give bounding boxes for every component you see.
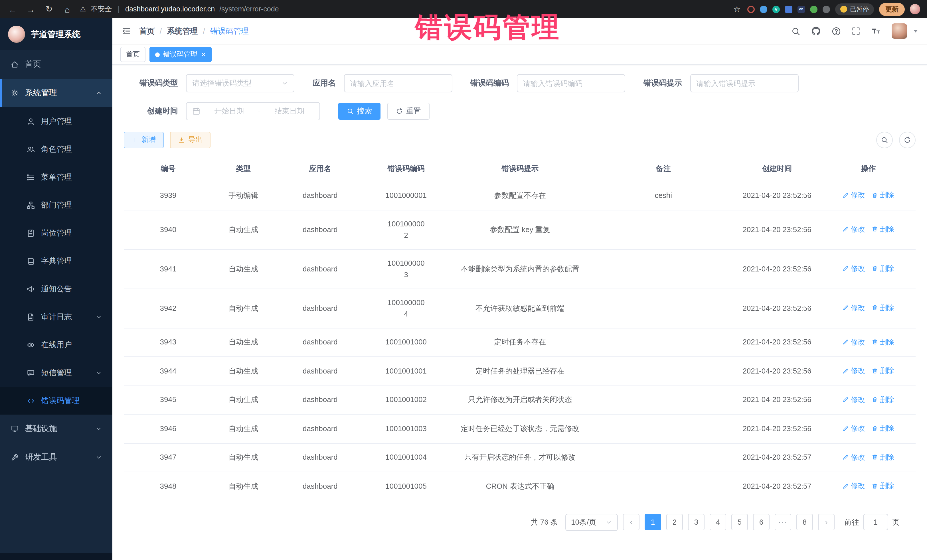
edit-link[interactable]: 修改 — [843, 423, 865, 434]
browser-update-button[interactable]: 更新 — [879, 3, 905, 16]
page-button-8[interactable]: 8 — [796, 514, 813, 530]
sidebar-collapse-bar[interactable] — [0, 553, 112, 560]
edit-link[interactable]: 修改 — [843, 336, 865, 348]
breadcrumb-item[interactable]: 系统管理 — [167, 26, 198, 36]
tab-首页[interactable]: 首页 — [120, 47, 146, 62]
breadcrumb-separator: / — [160, 27, 162, 35]
delete-link[interactable]: 删除 — [872, 263, 894, 274]
error-code-input[interactable] — [517, 74, 625, 93]
tab-错误码管理[interactable]: 错误码管理× — [149, 47, 211, 62]
delete-link[interactable]: 删除 — [872, 394, 894, 405]
page-button-1[interactable]: 1 — [644, 514, 661, 530]
sidebar-item-devtools[interactable]: 研发工具 — [0, 443, 112, 472]
paused-badge[interactable]: 已暂停 — [835, 3, 874, 15]
edit-link[interactable]: 修改 — [843, 394, 865, 405]
cell-actions: 修改删除 — [821, 288, 916, 328]
sidebar-item-online-user[interactable]: 在线用户 — [0, 331, 112, 359]
browser-profile-avatar[interactable] — [910, 4, 920, 14]
delete-link[interactable]: 删除 — [872, 336, 894, 348]
sidebar-item-audit-log[interactable]: 审计日志 — [0, 303, 112, 331]
extension-icon[interactable]: on — [798, 5, 805, 13]
goto-page-input[interactable] — [863, 514, 888, 530]
close-icon[interactable]: × — [201, 51, 206, 58]
address-bar[interactable]: ⚠ 不安全 | dashboard.yudao.iocoder.cn/syste… — [80, 4, 740, 14]
browser-back-button[interactable]: ← — [7, 4, 18, 14]
edit-link[interactable]: 修改 — [843, 451, 865, 463]
prev-page-button[interactable]: ‹ — [623, 514, 640, 530]
active-dot-icon — [155, 52, 160, 57]
edit-link[interactable]: 修改 — [843, 365, 865, 376]
url-path: /system/error-code — [219, 5, 279, 13]
cell-remark — [594, 385, 733, 414]
sidebar-logo[interactable]: 芋道管理系统 — [0, 18, 112, 50]
user-avatar[interactable] — [892, 23, 907, 39]
edit-link[interactable]: 修改 — [843, 302, 865, 314]
toggle-search-button[interactable] — [876, 132, 893, 148]
edit-link[interactable]: 修改 — [843, 480, 865, 492]
sidebar-menu: 首页系统管理用户管理角色管理菜单管理部门管理岗位管理字典管理通知公告审计日志在线… — [0, 50, 112, 553]
pagination-ellipsis[interactable]: ··· — [775, 514, 791, 530]
page-size-select[interactable]: 10条/页 — [565, 513, 618, 531]
delete-link[interactable]: 删除 — [872, 302, 894, 314]
breadcrumb-item[interactable]: 首页 — [139, 26, 155, 36]
cell-hint: 定时任务已经处于该状态，无需修改 — [446, 414, 594, 443]
app-name-input[interactable] — [344, 74, 452, 93]
export-button[interactable]: 导出 — [170, 132, 211, 148]
search-icon[interactable] — [791, 27, 800, 36]
sidebar-item-error-code[interactable]: 错误码管理 — [0, 387, 112, 414]
sidebar-item-dept[interactable]: 部门管理 — [0, 191, 112, 219]
edit-link[interactable]: 修改 — [843, 263, 865, 274]
help-icon[interactable] — [832, 27, 841, 36]
page-button-2[interactable]: 2 — [666, 514, 683, 530]
search-icon — [347, 108, 354, 115]
page-button-4[interactable]: 4 — [710, 514, 726, 530]
table-row: 3948自动生成dashboard1001001005CRON 表达式不正确20… — [124, 472, 916, 501]
delete-link[interactable]: 删除 — [872, 365, 894, 376]
delete-link[interactable]: 删除 — [872, 223, 894, 235]
bookmark-star-icon[interactable]: ☆ — [733, 5, 740, 14]
sidebar-item-infra[interactable]: 基础设施 — [0, 414, 112, 443]
fullscreen-icon[interactable] — [852, 27, 860, 35]
sidebar-item-home[interactable]: 首页 — [0, 50, 112, 79]
github-icon[interactable] — [811, 26, 821, 36]
cell-app: dashboard — [274, 385, 366, 414]
sidebar-fold-icon[interactable] — [122, 26, 131, 36]
page-button-6[interactable]: 6 — [753, 514, 769, 530]
sidebar-item-menu[interactable]: 菜单管理 — [0, 163, 112, 191]
cell-actions: 修改删除 — [821, 472, 916, 501]
refresh-table-button[interactable] — [899, 132, 916, 148]
browser-forward-button[interactable]: → — [25, 4, 36, 14]
next-page-button[interactable]: › — [818, 514, 834, 530]
sidebar-item-user[interactable]: 用户管理 — [0, 107, 112, 135]
add-button[interactable]: 新增 — [124, 132, 164, 148]
delete-link[interactable]: 删除 — [872, 423, 894, 434]
sidebar-item-system[interactable]: 系统管理 — [0, 79, 112, 107]
search-button[interactable]: 搜索 — [338, 103, 380, 120]
chevron-down-icon[interactable] — [913, 30, 918, 32]
edit-link[interactable]: 修改 — [843, 223, 865, 235]
pin-icon[interactable] — [823, 5, 830, 13]
sidebar-item-sms[interactable]: 短信管理 — [0, 359, 112, 387]
delete-link[interactable]: 删除 — [872, 189, 894, 201]
error-type-select[interactable]: 请选择错误码类型 — [186, 74, 294, 93]
error-hint-input[interactable] — [690, 74, 798, 93]
page-button-3[interactable]: 3 — [688, 514, 705, 530]
delete-link[interactable]: 删除 — [872, 451, 894, 463]
sidebar-item-post[interactable]: 岗位管理 — [0, 219, 112, 247]
sidebar-item-notice[interactable]: 通知公告 — [0, 275, 112, 303]
edit-link[interactable]: 修改 — [843, 189, 865, 201]
sidebar-item-dict[interactable]: 字典管理 — [0, 247, 112, 275]
extension-icon[interactable]: V — [772, 5, 780, 13]
extension-icon[interactable] — [785, 5, 792, 13]
font-size-icon[interactable] — [871, 26, 881, 36]
browser-refresh-button[interactable]: ↻ — [43, 4, 55, 14]
reset-button[interactable]: 重置 — [388, 103, 430, 120]
sidebar-item-role[interactable]: 角色管理 — [0, 135, 112, 163]
browser-home-button[interactable]: ⌂ — [62, 4, 73, 14]
extension-icon[interactable] — [760, 5, 767, 13]
date-range-picker[interactable]: 开始日期 - 结束日期 — [186, 102, 320, 120]
delete-link[interactable]: 删除 — [872, 480, 894, 492]
extension-icon[interactable] — [810, 5, 818, 13]
page-button-5[interactable]: 5 — [731, 514, 748, 530]
extension-icon[interactable] — [747, 5, 755, 13]
